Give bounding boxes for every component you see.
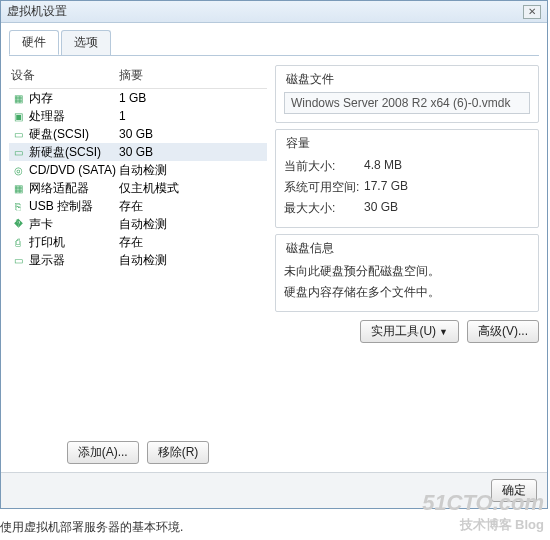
disk-file-value: Windows Server 2008 R2 x64 (6)-0.vmdk xyxy=(284,92,530,114)
list-header: 设备 摘要 xyxy=(9,65,267,89)
caption-text: 使用虚拟机部署服务器的基本环境. xyxy=(0,519,183,536)
device-summary: 30 GB xyxy=(119,145,265,159)
ok-button[interactable]: 确定 xyxy=(491,479,537,502)
hardware-row[interactable]: ▭显示器自动检测 xyxy=(9,251,267,269)
device-name: 显示器 xyxy=(29,252,65,269)
col-device: 设备 xyxy=(11,67,119,84)
disk-info-line1: 未向此硬盘预分配磁盘空间。 xyxy=(284,261,530,282)
disk-info-title: 磁盘信息 xyxy=(282,240,338,257)
close-icon[interactable]: ✕ xyxy=(523,5,541,19)
device-name: USB 控制器 xyxy=(29,198,93,215)
device-summary: 自动检测 xyxy=(119,216,265,233)
device-icon: ▭ xyxy=(11,146,25,158)
tab-options[interactable]: 选项 xyxy=(61,30,111,55)
hardware-row[interactable]: ⎙打印机存在 xyxy=(9,233,267,251)
device-name: 处理器 xyxy=(29,108,65,125)
add-button[interactable]: 添加(A)... xyxy=(67,441,139,464)
dialog-footer: 确定 xyxy=(1,472,547,508)
device-summary: 自动检测 xyxy=(119,252,265,269)
hardware-row[interactable]: ▭硬盘(SCSI)30 GB xyxy=(9,125,267,143)
capacity-title: 容量 xyxy=(282,135,314,152)
remove-button[interactable]: 移除(R) xyxy=(147,441,210,464)
device-summary: 30 GB xyxy=(119,127,265,141)
tab-hardware[interactable]: 硬件 xyxy=(9,30,59,55)
window-title: 虚拟机设置 xyxy=(7,3,67,20)
device-icon: ⎙ xyxy=(11,236,25,248)
device-summary: 自动检测 xyxy=(119,162,265,179)
tab-bar: 硬件 选项 xyxy=(9,30,539,56)
device-summary: 1 xyxy=(119,109,265,123)
device-icon: ▦ xyxy=(11,182,25,194)
utility-button[interactable]: 实用工具(U)▼ xyxy=(360,320,459,343)
advanced-button[interactable]: 高级(V)... xyxy=(467,320,539,343)
hardware-row[interactable]: �ާ声卡自动检测 xyxy=(9,215,267,233)
hardware-row[interactable]: ▦网络适配器仅主机模式 xyxy=(9,179,267,197)
device-name: 硬盘(SCSI) xyxy=(29,126,89,143)
hardware-list[interactable]: ▦内存1 GB▣处理器1▭硬盘(SCSI)30 GB▭新硬盘(SCSI)30 G… xyxy=(9,89,267,269)
device-summary: 1 GB xyxy=(119,91,265,105)
hardware-row[interactable]: ▦内存1 GB xyxy=(9,89,267,107)
hardware-row[interactable]: ◎CD/DVD (SATA)自动检测 xyxy=(9,161,267,179)
disk-info-line2: 硬盘内容存储在多个文件中。 xyxy=(284,282,530,303)
hardware-row[interactable]: ▣处理器1 xyxy=(9,107,267,125)
titlebar: 虚拟机设置 ✕ xyxy=(1,1,547,23)
detail-panel: 磁盘文件 Windows Server 2008 R2 x64 (6)-0.vm… xyxy=(275,65,539,464)
device-summary: 存在 xyxy=(119,234,265,251)
disk-file-group: 磁盘文件 Windows Server 2008 R2 x64 (6)-0.vm… xyxy=(275,65,539,123)
free-space-label: 系统可用空间: xyxy=(284,179,364,196)
watermark-small: 技术博客 Blog xyxy=(422,516,544,534)
device-name: 新硬盘(SCSI) xyxy=(29,144,101,161)
col-summary: 摘要 xyxy=(119,67,265,84)
device-icon: ⎘ xyxy=(11,200,25,212)
device-icon: ▭ xyxy=(11,254,25,266)
device-name: 网络适配器 xyxy=(29,180,89,197)
device-name: 声卡 xyxy=(29,216,53,233)
device-icon: �ާ xyxy=(11,218,25,230)
free-space-value: 17.7 GB xyxy=(364,179,408,196)
device-name: CD/DVD (SATA) xyxy=(29,163,116,177)
device-summary: 存在 xyxy=(119,198,265,215)
vm-settings-window: 虚拟机设置 ✕ 硬件 选项 设备 摘要 ▦内存1 GB▣处理器1▭硬盘(SCSI… xyxy=(0,0,548,509)
device-summary: 仅主机模式 xyxy=(119,180,265,197)
device-name: 内存 xyxy=(29,90,53,107)
capacity-group: 容量 当前大小:4.8 MB 系统可用空间:17.7 GB 最大大小:30 GB xyxy=(275,129,539,228)
current-size-label: 当前大小: xyxy=(284,158,364,175)
device-icon: ▭ xyxy=(11,128,25,140)
current-size-value: 4.8 MB xyxy=(364,158,402,175)
hardware-row[interactable]: ▭新硬盘(SCSI)30 GB xyxy=(9,143,267,161)
hardware-row[interactable]: ⎘USB 控制器存在 xyxy=(9,197,267,215)
chevron-down-icon: ▼ xyxy=(439,327,448,337)
disk-info-group: 磁盘信息 未向此硬盘预分配磁盘空间。 硬盘内容存储在多个文件中。 xyxy=(275,234,539,312)
device-icon: ◎ xyxy=(11,164,25,176)
device-icon: ▣ xyxy=(11,110,25,122)
disk-file-title: 磁盘文件 xyxy=(282,71,338,88)
list-buttons: 添加(A)... 移除(R) xyxy=(9,441,267,464)
max-size-value: 30 GB xyxy=(364,200,398,217)
max-size-label: 最大大小: xyxy=(284,200,364,217)
hardware-list-panel: 设备 摘要 ▦内存1 GB▣处理器1▭硬盘(SCSI)30 GB▭新硬盘(SCS… xyxy=(9,65,267,464)
device-icon: ▦ xyxy=(11,92,25,104)
device-name: 打印机 xyxy=(29,234,65,251)
